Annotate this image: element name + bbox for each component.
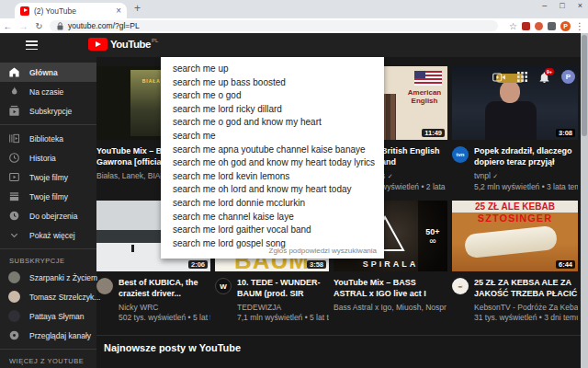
create-video-icon[interactable] bbox=[492, 72, 506, 83]
sidebar-item-library[interactable]: Biblioteka bbox=[0, 129, 96, 148]
sidebar-item-subscriptions[interactable]: Subskrypcje bbox=[0, 101, 96, 121]
channel-name[interactable]: Bass Astral x Igo, Miuosh, Nospr i inni bbox=[334, 303, 447, 312]
new-content-dot bbox=[89, 295, 92, 298]
sidebar-item-home[interactable]: Główna bbox=[0, 63, 96, 82]
back-button[interactable]: ← bbox=[0, 21, 16, 31]
sidebar-item-trending[interactable]: Na czasie bbox=[0, 82, 96, 101]
video-title[interactable]: YouTube Mix – BASS ASTRAL x IGO live act… bbox=[334, 278, 447, 299]
extension-icon-2[interactable] bbox=[535, 22, 543, 30]
channel-avatar bbox=[8, 291, 20, 303]
browser-tabstrip: (2) YouTube × + – □ × bbox=[0, 0, 588, 18]
duration-badge: 11:49 bbox=[422, 129, 445, 137]
playlist-count: 50+ bbox=[425, 227, 439, 236]
channel-name[interactable]: KebsonTV - Podróże Za Kebabem bbox=[474, 303, 578, 312]
search-suggestion[interactable]: search me channel kaise laye bbox=[161, 211, 384, 224]
duration-badge: 6:44 bbox=[556, 260, 575, 269]
search-suggestion[interactable]: search me lord gaither vocal band bbox=[161, 224, 384, 237]
youtube-logo-text: YouTube bbox=[110, 38, 151, 51]
youtube-logo-icon bbox=[88, 38, 107, 51]
history-icon bbox=[8, 152, 20, 164]
search-suggestion[interactable]: search me up bass boosted bbox=[161, 76, 384, 90]
youtube-account-avatar[interactable]: P bbox=[561, 70, 575, 84]
forward-button[interactable]: → bbox=[16, 21, 31, 31]
page-scrollbar[interactable] bbox=[581, 33, 588, 368]
new-tab-button[interactable]: + bbox=[134, 2, 141, 15]
divider bbox=[0, 248, 96, 249]
sidebar-subscription-channel[interactable]: Pattaya Słyman bbox=[0, 306, 96, 326]
channel-avatar bbox=[8, 271, 20, 283]
channel-avatar[interactable]: ☕ bbox=[452, 278, 469, 294]
video-title[interactable]: British English andEnglish Different? bbox=[381, 146, 447, 167]
address-bar[interactable]: youtube.com/?gl=PL bbox=[50, 20, 498, 31]
video-title[interactable]: 25 ZŁ ZA KEBSA ALE ZA JAKOŚĆ TRZEBA PŁAC… bbox=[474, 278, 578, 299]
notification-badge: 9+ bbox=[545, 68, 554, 75]
report-suggestions-link[interactable]: Zgłoś podpowiedzi wyszukiwania bbox=[269, 247, 377, 255]
verified-icon: ✓ bbox=[388, 173, 393, 179]
channel-name[interactable]: s ✓ bbox=[381, 171, 447, 181]
video-title[interactable]: Best of KUBICA, the craziest driver... bbox=[119, 278, 210, 299]
reload-button[interactable]: ↻ bbox=[31, 21, 47, 31]
apps-grid-icon[interactable] bbox=[517, 72, 527, 82]
browser-menu-icon[interactable]: ⋮ bbox=[575, 21, 584, 31]
browser-profile-avatar[interactable]: P bbox=[560, 21, 571, 31]
duration-badge: 3:58 bbox=[307, 260, 326, 269]
scrollbar-thumb[interactable] bbox=[582, 35, 587, 136]
video-title[interactable]: 10. TEDE - WUNDER-BAUM (prod. SIR MICH) … bbox=[237, 278, 329, 299]
thumbnail-text: 25 ZŁ ALE KEBAB bbox=[452, 201, 578, 212]
search-suggestions-dropdown: search me up search me up bass boosted s… bbox=[161, 57, 384, 259]
extension-icon-1[interactable] bbox=[522, 22, 530, 30]
channel-avatar[interactable]: tvn bbox=[452, 146, 469, 163]
video-thumbnail[interactable]: 25 ZŁ ALE KEBAB SZTOSINGER 6:44 bbox=[452, 201, 578, 271]
duration-badge: 2:06 bbox=[188, 260, 208, 269]
flame-icon bbox=[8, 86, 20, 98]
sidebar-item-your-videos[interactable]: Twoje filmy bbox=[0, 167, 96, 187]
browser-tab[interactable]: (2) YouTube × bbox=[15, 3, 127, 18]
channel-name[interactable]: tvnpl ✓ bbox=[474, 171, 578, 181]
search-suggestion[interactable]: search me lord ricky dillard bbox=[161, 103, 384, 117]
home-icon bbox=[8, 66, 20, 78]
channel-name[interactable]: TEDEWIZJA bbox=[237, 303, 329, 312]
sidebar-item-your-movies[interactable]: Twoje filmy bbox=[0, 187, 96, 206]
search-suggestion[interactable]: search me o god and know my heart bbox=[161, 116, 384, 130]
sidebar-subscription-channel[interactable]: Tomasz Strzelczyk... bbox=[0, 287, 96, 306]
thumbnail-text: SZTOSINGER bbox=[452, 213, 578, 224]
video-title[interactable]: Popek zdradził, dlaczego dopiero teraz p… bbox=[474, 146, 578, 167]
youtube-logo[interactable]: YouTube PL bbox=[88, 38, 158, 51]
sidebar-item-watch-later[interactable]: Do obejrzenia bbox=[0, 206, 96, 225]
bookmark-star-icon[interactable]: ☆ bbox=[509, 21, 517, 31]
sidebar-item-browse-channels[interactable]: Przeglądaj kanały bbox=[0, 326, 96, 345]
video-card[interactable]: 25 ZŁ ALE KEBAB SZTOSINGER 6:44 ☕ 25 ZŁ … bbox=[452, 201, 578, 322]
youtube-header: YouTube PL 9+ P bbox=[0, 33, 588, 57]
search-suggestion[interactable]: search me apna youtube channel kaise ban… bbox=[161, 144, 384, 157]
more-from-youtube-header: WIĘCEJ Z YOUTUBE bbox=[0, 353, 96, 368]
video-card[interactable]: 3:08 tvn Popek zdradził, dlaczego dopier… bbox=[452, 66, 578, 191]
window-minimize-button[interactable]: – bbox=[542, 1, 547, 10]
sidebar-item-show-more[interactable]: Pokaż więcej bbox=[0, 225, 96, 245]
video-meta: wyświetleń • 2 lata temu bbox=[381, 182, 447, 191]
channel-avatar[interactable]: W bbox=[215, 278, 232, 294]
duration-badge: 3:08 bbox=[556, 129, 575, 137]
channel-name[interactable]: Nicky WRC bbox=[119, 303, 210, 312]
us-flag-art bbox=[414, 71, 442, 86]
subscriptions-header: SUBSKRYPCJE bbox=[0, 253, 96, 268]
verified-icon: ✓ bbox=[492, 173, 498, 179]
search-suggestion[interactable]: search me oh god and know my heart today… bbox=[161, 156, 384, 170]
sidebar-subscription-channel[interactable]: Szarpanki z Życiem bbox=[0, 268, 96, 287]
search-suggestion[interactable]: search me bbox=[161, 130, 384, 144]
window-maximize-button[interactable]: □ bbox=[560, 1, 564, 10]
hamburger-menu-icon[interactable] bbox=[26, 40, 38, 50]
divider bbox=[96, 335, 581, 336]
tab-close-icon[interactable]: × bbox=[116, 6, 121, 16]
search-suggestion[interactable]: search me lord donnie mcclurkin bbox=[161, 197, 384, 211]
search-suggestion[interactable]: search me o god bbox=[161, 89, 384, 103]
channel-avatar[interactable] bbox=[96, 278, 113, 294]
library-icon bbox=[8, 132, 20, 144]
section-title: Najnowsze posty w YouTube bbox=[104, 342, 241, 353]
sidebar-item-history[interactable]: Historia bbox=[0, 148, 96, 167]
search-suggestion[interactable]: search me oh lord and know my heart toda… bbox=[161, 183, 384, 197]
youtube-favicon bbox=[20, 6, 29, 16]
extension-icon-3[interactable] bbox=[548, 22, 556, 30]
window-close-button[interactable]: × bbox=[578, 1, 582, 10]
search-suggestion[interactable]: search me lord kevin lemons bbox=[161, 170, 384, 184]
search-suggestion[interactable]: search me up bbox=[161, 63, 384, 76]
